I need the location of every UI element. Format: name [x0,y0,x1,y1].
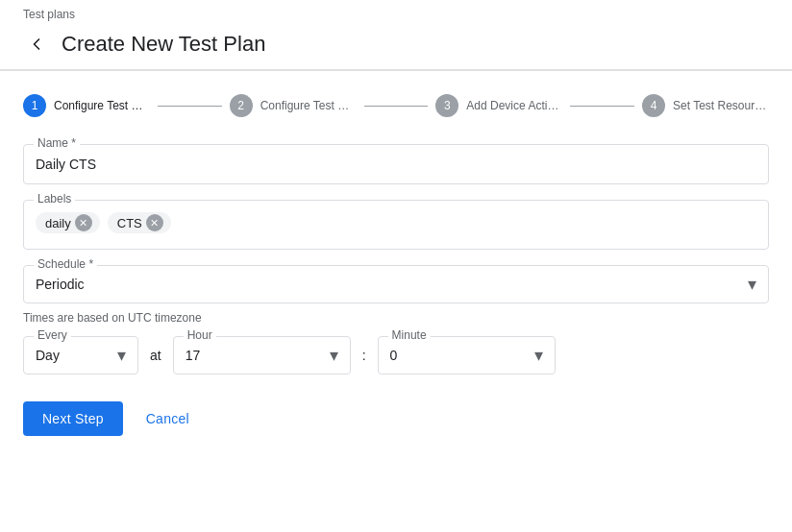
next-step-button[interactable]: Next Step [23,401,123,436]
page-container: Test plans Create New Test Plan 1 Config… [0,0,792,532]
chip-daily-close[interactable]: ✕ [75,214,92,231]
chip-daily-text: daily [45,216,71,230]
step-connector-2 [364,106,429,107]
minute-select-wrapper: 0 ▾ [390,345,543,366]
back-button[interactable] [23,31,50,58]
step-3-label: Add Device Actio... [466,99,562,112]
labels-field: Labels daily ✕ CTS ✕ [23,200,769,250]
step-2-label: Configure Test Ru... [260,99,357,112]
every-chevron-icon: ▾ [117,345,126,366]
hour-label: Hour [184,328,216,342]
name-input[interactable] [36,153,756,176]
hour-chevron-icon: ▾ [330,345,338,366]
colon-separator: : [362,348,366,363]
labels-content: daily ✕ CTS ✕ [36,208,756,233]
schedule-field[interactable]: Schedule Periodic ▾ [23,265,769,303]
step-2: 2 Configure Test Ru... [230,94,357,117]
minute-value: 0 [390,348,398,363]
step-4-circle: 4 [642,94,665,117]
top-bar: Test plans Create New Test Plan [0,0,792,70]
breadcrumb: Test plans [23,8,769,21]
minute-label: Minute [388,328,431,342]
every-value: Day [36,348,60,363]
page-title-row: Create New Test Plan [23,25,769,63]
main-content: 1 Configure Test Pl... 2 Configure Test … [0,71,792,532]
labels-label: Labels [34,192,75,206]
every-field[interactable]: Every Day ▾ [23,336,138,375]
hour-field[interactable]: Hour 17 ▾ [173,336,351,375]
hour-select-wrapper: 17 ▾ [186,345,338,366]
step-1-circle: 1 [23,94,46,117]
minute-chevron-icon: ▾ [534,345,543,366]
chip-cts-close[interactable]: ✕ [146,214,163,231]
chip-daily: daily ✕ [36,212,100,233]
step-connector-1 [158,106,222,107]
schedule-label: Schedule [34,257,97,271]
actions: Next Step Cancel [23,398,769,436]
at-label: at [150,348,161,363]
hour-value: 17 [186,348,201,363]
step-1: 1 Configure Test Pl... [23,94,150,117]
schedule-value: Periodic [36,277,85,292]
periodic-row: Every Day ▾ at Hour 17 ▾ : Minute 0 [23,336,769,375]
stepper: 1 Configure Test Pl... 2 Configure Test … [23,94,769,117]
step-1-label: Configure Test Pl... [54,99,150,112]
step-connector-3 [570,106,634,107]
name-label: Name [34,136,80,150]
minute-field[interactable]: Minute 0 ▾ [378,336,556,375]
cancel-button[interactable]: Cancel [138,401,197,436]
schedule-chevron-icon: ▾ [748,274,756,295]
step-3: 3 Add Device Actio... [435,94,562,117]
every-select-wrapper: Day ▾ [36,345,126,366]
chip-cts: CTS ✕ [108,212,171,233]
page-title: Create New Test Plan [62,32,265,57]
step-2-circle: 2 [230,94,253,117]
chip-cts-text: CTS [117,216,142,230]
step-3-circle: 3 [435,94,458,117]
step-4: 4 Set Test Resourc... [642,94,769,117]
every-label: Every [34,328,71,342]
step-4-label: Set Test Resourc... [673,99,769,112]
timezone-hint: Times are based on UTC timezone [23,311,769,325]
schedule-select-wrapper: Periodic ▾ [36,274,756,295]
name-field: Name [23,144,769,184]
